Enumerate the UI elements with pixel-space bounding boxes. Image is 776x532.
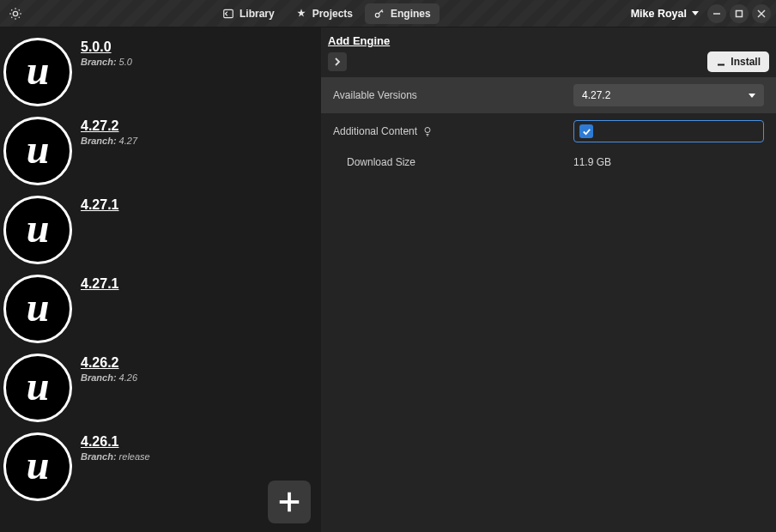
row-available-versions: Available Versions 4.27.2: [321, 77, 776, 113]
window-minimize-button[interactable]: [707, 4, 726, 23]
check-icon: [582, 127, 591, 136]
unreal-logo-glyph: u: [27, 50, 50, 91]
plus-icon: [276, 489, 302, 515]
row-download-size: Download Size 11.9 GB: [321, 149, 776, 175]
library-icon: [222, 8, 234, 20]
chevron-right-icon: [333, 57, 342, 66]
engine-version: 4.27.2: [81, 118, 137, 134]
svg-point-17: [425, 128, 430, 133]
svg-point-0: [13, 11, 17, 15]
user-menu[interactable]: Mike Royal: [626, 8, 704, 20]
engine-version: 4.26.1: [81, 434, 150, 450]
unreal-logo: u: [3, 354, 72, 422]
username-label: Mike Royal: [631, 8, 687, 20]
engine-meta: 4.27.1: [81, 275, 118, 292]
svg-line-8: [19, 9, 20, 10]
app-icon: [9, 7, 22, 21]
unreal-logo-glyph: u: [27, 366, 50, 407]
unreal-logo: u: [3, 432, 72, 501]
engine-branch: Branch: 4.26: [81, 372, 137, 383]
engine-item[interactable]: u5.0.0Branch: 5.0: [0, 33, 321, 112]
engine-item[interactable]: u4.27.1: [0, 190, 321, 269]
engine-meta: 5.0.0Branch: 5.0: [81, 38, 132, 67]
engine-branch: Branch: 5.0: [81, 57, 132, 67]
engine-list: u5.0.0Branch: 5.0u4.27.2Branch: 4.27u4.2…: [0, 27, 321, 532]
nav-projects[interactable]: Projects: [287, 3, 361, 24]
panel-header: Add Engine: [321, 27, 776, 48]
maximize-icon: [735, 9, 743, 18]
install-button-label: Install: [731, 56, 761, 68]
unreal-logo-glyph: u: [27, 444, 50, 486]
install-button[interactable]: Install: [707, 51, 769, 72]
engine-version: 4.27.1: [81, 276, 118, 292]
engine-branch-label: Branch:: [81, 372, 117, 383]
engine-version: 4.27.1: [81, 197, 118, 213]
engine-version: 4.26.2: [81, 355, 137, 371]
nav-library-label: Library: [239, 8, 275, 20]
engine-branch: Branch: release: [81, 451, 150, 462]
download-icon: [716, 57, 726, 67]
engine-branch-value: release: [117, 451, 150, 462]
available-versions-value: 4.27.2: [582, 89, 610, 101]
unreal-logo-glyph: u: [27, 287, 50, 328]
caret-down-icon: [749, 94, 755, 98]
nav-projects-label: Projects: [312, 8, 353, 20]
caret-down-icon: [692, 11, 699, 15]
unreal-logo-glyph: u: [27, 208, 50, 249]
engine-branch-label: Branch:: [81, 451, 117, 462]
unreal-logo: u: [3, 196, 72, 264]
info-bulb-icon: [422, 126, 433, 136]
nav-engines[interactable]: Engines: [365, 3, 440, 24]
svg-rect-12: [737, 10, 743, 16]
download-size-label: Download Size: [333, 156, 565, 168]
additional-content-checkbox[interactable]: [573, 120, 764, 142]
projects-icon: [295, 8, 307, 20]
engine-branch-value: 5.0: [117, 57, 132, 67]
available-versions-label: Available Versions: [333, 89, 565, 101]
engine-item[interactable]: u4.27.2Branch: 4.27: [0, 112, 321, 190]
panel-title: Add Engine: [328, 34, 390, 47]
main: u5.0.0Branch: 5.0u4.27.2Branch: 4.27u4.2…: [0, 27, 776, 532]
row-additional-content: Additional Content: [321, 113, 776, 149]
additional-content-label: Additional Content: [333, 125, 565, 137]
titlebar: Library Projects Engines Mike Royal: [0, 0, 776, 27]
window-close-button[interactable]: [752, 4, 771, 23]
nav-library[interactable]: Library: [214, 3, 283, 24]
unreal-logo: u: [3, 117, 72, 185]
svg-line-3: [11, 9, 12, 10]
add-engine-button[interactable]: [268, 481, 311, 523]
minimize-icon: [712, 9, 721, 18]
unreal-logo-glyph: u: [27, 129, 50, 170]
available-versions-select[interactable]: 4.27.2: [573, 84, 764, 106]
nav-tabs: Library Projects Engines: [27, 3, 626, 24]
nav-engines-label: Engines: [391, 8, 431, 20]
titlebar-left: [5, 7, 27, 21]
engine-meta: 4.26.2Branch: 4.26: [81, 354, 137, 383]
engine-meta: 4.27.1: [81, 196, 118, 213]
engine-branch-value: 4.26: [117, 372, 137, 383]
engine-item[interactable]: u4.27.1: [0, 269, 321, 348]
window-maximize-button[interactable]: [730, 4, 749, 23]
panel-subbar: Install: [321, 48, 776, 77]
engines-icon: [373, 8, 385, 20]
engine-branch-label: Branch:: [81, 57, 117, 67]
engine-branch-label: Branch:: [81, 136, 117, 146]
add-engine-panel: Add Engine Install Available Versions 4.…: [321, 27, 776, 532]
close-icon: [757, 9, 766, 18]
unreal-logo: u: [3, 275, 72, 343]
next-button[interactable]: [328, 52, 347, 71]
engine-meta: 4.27.2Branch: 4.27: [81, 117, 137, 146]
additional-content-label-text: Additional Content: [333, 125, 417, 137]
engine-version: 5.0.0: [81, 39, 132, 55]
unreal-logo: u: [3, 38, 72, 106]
engine-branch-value: 4.27: [117, 136, 137, 146]
titlebar-right: Mike Royal: [626, 4, 771, 23]
checkbox-checked: [579, 124, 593, 138]
download-size-value: 11.9 GB: [573, 156, 764, 168]
svg-line-7: [11, 16, 12, 17]
engine-item[interactable]: u4.26.2Branch: 4.26: [0, 348, 321, 427]
svg-line-4: [19, 16, 20, 17]
engine-branch: Branch: 4.27: [81, 136, 137, 146]
engine-meta: 4.26.1Branch: release: [81, 432, 150, 462]
